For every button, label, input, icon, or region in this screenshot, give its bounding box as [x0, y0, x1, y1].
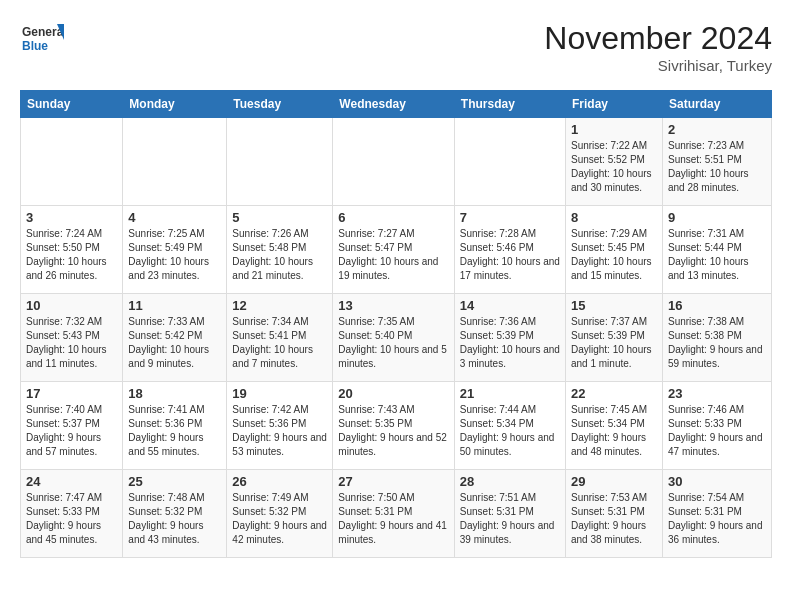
day-number: 7	[460, 210, 560, 225]
col-header-thursday: Thursday	[454, 91, 565, 118]
day-cell: 2Sunrise: 7:23 AM Sunset: 5:51 PM Daylig…	[662, 118, 771, 206]
day-info: Sunrise: 7:44 AM Sunset: 5:34 PM Dayligh…	[460, 403, 560, 459]
day-info: Sunrise: 7:43 AM Sunset: 5:35 PM Dayligh…	[338, 403, 448, 459]
day-cell: 28Sunrise: 7:51 AM Sunset: 5:31 PM Dayli…	[454, 470, 565, 558]
day-cell: 6Sunrise: 7:27 AM Sunset: 5:47 PM Daylig…	[333, 206, 454, 294]
day-info: Sunrise: 7:27 AM Sunset: 5:47 PM Dayligh…	[338, 227, 448, 283]
day-cell: 25Sunrise: 7:48 AM Sunset: 5:32 PM Dayli…	[123, 470, 227, 558]
day-cell: 9Sunrise: 7:31 AM Sunset: 5:44 PM Daylig…	[662, 206, 771, 294]
day-cell: 22Sunrise: 7:45 AM Sunset: 5:34 PM Dayli…	[565, 382, 662, 470]
header-row: SundayMondayTuesdayWednesdayThursdayFrid…	[21, 91, 772, 118]
day-number: 8	[571, 210, 657, 225]
day-info: Sunrise: 7:33 AM Sunset: 5:42 PM Dayligh…	[128, 315, 221, 371]
day-info: Sunrise: 7:50 AM Sunset: 5:31 PM Dayligh…	[338, 491, 448, 547]
day-number: 20	[338, 386, 448, 401]
day-cell: 18Sunrise: 7:41 AM Sunset: 5:36 PM Dayli…	[123, 382, 227, 470]
day-number: 21	[460, 386, 560, 401]
day-number: 1	[571, 122, 657, 137]
day-cell	[227, 118, 333, 206]
day-cell: 11Sunrise: 7:33 AM Sunset: 5:42 PM Dayli…	[123, 294, 227, 382]
day-info: Sunrise: 7:37 AM Sunset: 5:39 PM Dayligh…	[571, 315, 657, 371]
col-header-saturday: Saturday	[662, 91, 771, 118]
day-info: Sunrise: 7:35 AM Sunset: 5:40 PM Dayligh…	[338, 315, 448, 371]
col-header-tuesday: Tuesday	[227, 91, 333, 118]
day-number: 12	[232, 298, 327, 313]
day-cell	[123, 118, 227, 206]
day-info: Sunrise: 7:32 AM Sunset: 5:43 PM Dayligh…	[26, 315, 117, 371]
day-number: 16	[668, 298, 766, 313]
day-number: 6	[338, 210, 448, 225]
day-info: Sunrise: 7:54 AM Sunset: 5:31 PM Dayligh…	[668, 491, 766, 547]
day-info: Sunrise: 7:45 AM Sunset: 5:34 PM Dayligh…	[571, 403, 657, 459]
svg-text:Blue: Blue	[22, 39, 48, 53]
col-header-wednesday: Wednesday	[333, 91, 454, 118]
title-block: November 2024 Sivrihisar, Turkey	[544, 20, 772, 74]
svg-text:General: General	[22, 25, 64, 39]
day-number: 25	[128, 474, 221, 489]
location-subtitle: Sivrihisar, Turkey	[544, 57, 772, 74]
col-header-sunday: Sunday	[21, 91, 123, 118]
day-number: 19	[232, 386, 327, 401]
day-cell: 14Sunrise: 7:36 AM Sunset: 5:39 PM Dayli…	[454, 294, 565, 382]
day-info: Sunrise: 7:26 AM Sunset: 5:48 PM Dayligh…	[232, 227, 327, 283]
day-info: Sunrise: 7:25 AM Sunset: 5:49 PM Dayligh…	[128, 227, 221, 283]
day-cell: 24Sunrise: 7:47 AM Sunset: 5:33 PM Dayli…	[21, 470, 123, 558]
day-info: Sunrise: 7:48 AM Sunset: 5:32 PM Dayligh…	[128, 491, 221, 547]
day-cell: 16Sunrise: 7:38 AM Sunset: 5:38 PM Dayli…	[662, 294, 771, 382]
day-cell: 27Sunrise: 7:50 AM Sunset: 5:31 PM Dayli…	[333, 470, 454, 558]
day-number: 24	[26, 474, 117, 489]
day-info: Sunrise: 7:51 AM Sunset: 5:31 PM Dayligh…	[460, 491, 560, 547]
col-header-friday: Friday	[565, 91, 662, 118]
day-number: 2	[668, 122, 766, 137]
day-cell: 3Sunrise: 7:24 AM Sunset: 5:50 PM Daylig…	[21, 206, 123, 294]
day-number: 5	[232, 210, 327, 225]
day-info: Sunrise: 7:22 AM Sunset: 5:52 PM Dayligh…	[571, 139, 657, 195]
week-row-2: 3Sunrise: 7:24 AM Sunset: 5:50 PM Daylig…	[21, 206, 772, 294]
day-info: Sunrise: 7:28 AM Sunset: 5:46 PM Dayligh…	[460, 227, 560, 283]
day-number: 26	[232, 474, 327, 489]
day-number: 9	[668, 210, 766, 225]
day-number: 13	[338, 298, 448, 313]
day-number: 29	[571, 474, 657, 489]
day-cell: 29Sunrise: 7:53 AM Sunset: 5:31 PM Dayli…	[565, 470, 662, 558]
day-number: 11	[128, 298, 221, 313]
day-info: Sunrise: 7:42 AM Sunset: 5:36 PM Dayligh…	[232, 403, 327, 459]
day-info: Sunrise: 7:46 AM Sunset: 5:33 PM Dayligh…	[668, 403, 766, 459]
day-cell: 21Sunrise: 7:44 AM Sunset: 5:34 PM Dayli…	[454, 382, 565, 470]
day-cell: 26Sunrise: 7:49 AM Sunset: 5:32 PM Dayli…	[227, 470, 333, 558]
day-cell: 30Sunrise: 7:54 AM Sunset: 5:31 PM Dayli…	[662, 470, 771, 558]
day-info: Sunrise: 7:38 AM Sunset: 5:38 PM Dayligh…	[668, 315, 766, 371]
calendar-table: SundayMondayTuesdayWednesdayThursdayFrid…	[20, 90, 772, 558]
day-number: 3	[26, 210, 117, 225]
day-info: Sunrise: 7:23 AM Sunset: 5:51 PM Dayligh…	[668, 139, 766, 195]
day-number: 27	[338, 474, 448, 489]
day-info: Sunrise: 7:47 AM Sunset: 5:33 PM Dayligh…	[26, 491, 117, 547]
day-cell: 7Sunrise: 7:28 AM Sunset: 5:46 PM Daylig…	[454, 206, 565, 294]
day-number: 10	[26, 298, 117, 313]
logo: General Blue	[20, 20, 64, 64]
day-info: Sunrise: 7:40 AM Sunset: 5:37 PM Dayligh…	[26, 403, 117, 459]
day-cell: 23Sunrise: 7:46 AM Sunset: 5:33 PM Dayli…	[662, 382, 771, 470]
day-info: Sunrise: 7:29 AM Sunset: 5:45 PM Dayligh…	[571, 227, 657, 283]
day-cell	[454, 118, 565, 206]
day-info: Sunrise: 7:41 AM Sunset: 5:36 PM Dayligh…	[128, 403, 221, 459]
day-number: 28	[460, 474, 560, 489]
day-number: 15	[571, 298, 657, 313]
day-cell: 19Sunrise: 7:42 AM Sunset: 5:36 PM Dayli…	[227, 382, 333, 470]
day-cell: 4Sunrise: 7:25 AM Sunset: 5:49 PM Daylig…	[123, 206, 227, 294]
day-cell: 17Sunrise: 7:40 AM Sunset: 5:37 PM Dayli…	[21, 382, 123, 470]
day-cell: 12Sunrise: 7:34 AM Sunset: 5:41 PM Dayli…	[227, 294, 333, 382]
day-number: 18	[128, 386, 221, 401]
day-number: 22	[571, 386, 657, 401]
day-cell	[333, 118, 454, 206]
col-header-monday: Monday	[123, 91, 227, 118]
day-info: Sunrise: 7:36 AM Sunset: 5:39 PM Dayligh…	[460, 315, 560, 371]
day-info: Sunrise: 7:49 AM Sunset: 5:32 PM Dayligh…	[232, 491, 327, 547]
week-row-5: 24Sunrise: 7:47 AM Sunset: 5:33 PM Dayli…	[21, 470, 772, 558]
day-info: Sunrise: 7:31 AM Sunset: 5:44 PM Dayligh…	[668, 227, 766, 283]
day-info: Sunrise: 7:34 AM Sunset: 5:41 PM Dayligh…	[232, 315, 327, 371]
logo-svg: General Blue	[20, 20, 64, 64]
week-row-1: 1Sunrise: 7:22 AM Sunset: 5:52 PM Daylig…	[21, 118, 772, 206]
day-number: 17	[26, 386, 117, 401]
day-cell: 15Sunrise: 7:37 AM Sunset: 5:39 PM Dayli…	[565, 294, 662, 382]
